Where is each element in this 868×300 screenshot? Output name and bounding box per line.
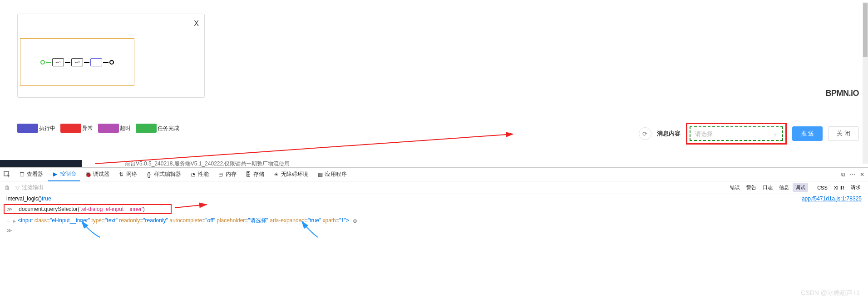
console-input-line[interactable]: ≫ xyxy=(0,226,868,235)
bpmn-io-logo: BPMN.iO xyxy=(825,89,859,98)
tab-app[interactable]: ▦应用程序 xyxy=(313,168,350,181)
devtools-tabs: ☐查看器 ▶控制台 🐞调试器 ⇅网络 {}样式编辑器 ◔性能 ⊟内存 🗄存储 ☀… xyxy=(0,168,868,181)
storage-icon: 🗄 xyxy=(245,171,252,178)
source-link[interactable]: app.f5471d1a.js:1:78325 xyxy=(802,195,862,202)
bpmn-dialog: X test1 test2 ... xyxy=(17,14,205,98)
log-text: interval_logic() xyxy=(6,195,42,202)
memory-icon: ⊟ xyxy=(217,171,224,178)
debugger-icon: 🐞 xyxy=(85,171,91,178)
flow-container: test1 test2 ... xyxy=(40,58,114,66)
task-node-active: ... xyxy=(90,58,102,66)
close-icon[interactable]: X xyxy=(194,20,199,28)
filter-debug[interactable]: 调试 xyxy=(793,183,808,192)
end-event-icon xyxy=(109,60,114,65)
legend-swatch-executing xyxy=(17,124,38,133)
tab-network[interactable]: ⇅网络 xyxy=(114,168,141,181)
legend-swatch-abnormal xyxy=(60,124,81,133)
csdn-watermark: CSDN @冰糖葫芦+1 xyxy=(801,289,860,297)
tab-label: 查看器 xyxy=(27,170,43,178)
target-icon[interactable]: ⊕ xyxy=(353,218,357,224)
sequence-flow-line xyxy=(103,62,108,63)
filter-req[interactable]: 请求 xyxy=(848,183,863,192)
console-filter-bar: 🗑 ▽ 过滤输出 错误 警告 日志 信息 调试 CSS XHR 请求 xyxy=(0,181,868,194)
sequence-flow-line xyxy=(65,62,70,63)
message-form-row: ⟳ 消息内容 ⌄ 推 送 关 闭 xyxy=(639,123,859,145)
refresh-button[interactable]: ⟳ xyxy=(639,127,651,140)
sequence-flow-line xyxy=(46,62,51,63)
push-button[interactable]: 推 送 xyxy=(792,126,823,141)
browser-devtools: ☐查看器 ▶控制台 🐞调试器 ⇅网络 {}样式编辑器 ◔性能 ⊟内存 🗄存储 ☀… xyxy=(0,167,868,300)
app-icon: ▦ xyxy=(317,171,323,178)
tab-performance[interactable]: ◔性能 xyxy=(186,168,212,181)
filter-xhr[interactable]: XHR xyxy=(831,184,847,191)
filter-output-input[interactable]: ▽ 过滤输出 xyxy=(15,184,44,191)
tab-label: 控制台 xyxy=(60,170,76,178)
legend-label: 超时 xyxy=(120,125,131,132)
tab-label: 调试器 xyxy=(93,170,109,178)
element-picker-icon[interactable] xyxy=(4,171,11,178)
network-icon: ⇅ xyxy=(118,171,124,178)
scrollbar-thumb[interactable] xyxy=(863,3,868,57)
legend-label: 执行中 xyxy=(39,125,55,132)
tab-style[interactable]: {}样式编辑器 xyxy=(142,168,185,181)
sidebar-fragment xyxy=(0,160,82,167)
message-content-label: 消息内容 xyxy=(657,130,681,138)
filter-warn[interactable]: 警告 xyxy=(744,183,759,192)
task-node: test1 xyxy=(52,58,64,66)
legend-swatch-done xyxy=(136,124,157,133)
tab-label: 性能 xyxy=(198,170,209,178)
tab-console[interactable]: ▶控制台 xyxy=(48,168,80,181)
a11y-icon: ☀ xyxy=(273,171,279,178)
console-prompt-icon: ≫ xyxy=(7,206,13,212)
style-icon: {} xyxy=(146,171,152,178)
message-select-input[interactable] xyxy=(695,130,768,137)
filter-placeholder: 过滤输出 xyxy=(22,184,44,191)
annotation-red-frame-command: ≫ document.querySelector('.el-dialog .el… xyxy=(4,204,172,214)
refresh-icon: ⟳ xyxy=(642,130,647,137)
tab-debugger[interactable]: 🐞调试器 xyxy=(81,168,113,181)
tab-label: 存储 xyxy=(253,170,264,178)
annotation-red-frame: ⌄ xyxy=(686,123,787,145)
status-legend: 执行中 异常 超时 任务完成 xyxy=(17,124,184,133)
chevron-down-icon: ⌄ xyxy=(773,130,778,137)
message-select[interactable]: ⌄ xyxy=(690,126,783,141)
filter-css[interactable]: CSS xyxy=(814,184,830,191)
sequence-flow-line xyxy=(84,62,89,63)
result-html[interactable]: <input class="el-input__inner" type="tex… xyxy=(18,217,349,225)
filter-info[interactable]: 信息 xyxy=(776,183,792,192)
bpmn-diagram[interactable]: test1 test2 ... xyxy=(20,38,134,86)
tab-label: 无障碍环境 xyxy=(281,170,308,178)
filter-error[interactable]: 错误 xyxy=(727,183,743,192)
console-log-line: interval_logic() true app.f5471d1a.js:1:… xyxy=(0,194,868,203)
tab-storage[interactable]: 🗄存储 xyxy=(242,168,268,181)
dock-side-icon[interactable]: ⧉ xyxy=(841,171,845,178)
tab-a11y[interactable]: ☀无障碍环境 xyxy=(269,168,312,181)
tab-label: 内存 xyxy=(226,170,237,178)
inspector-icon: ☐ xyxy=(19,171,25,178)
log-value: true xyxy=(42,195,51,202)
more-icon[interactable]: ⋯ xyxy=(850,171,855,178)
clear-console-icon[interactable]: 🗑 xyxy=(5,185,10,191)
funnel-icon: ▽ xyxy=(15,185,20,191)
close-devtools-icon[interactable]: ✕ xyxy=(860,171,864,178)
task-node: test2 xyxy=(71,58,83,66)
tab-memory[interactable]: ⊟内存 xyxy=(214,168,240,181)
tab-label: 网络 xyxy=(126,170,137,178)
performance-icon: ◔ xyxy=(190,171,196,178)
vertical-scrollbar[interactable] xyxy=(863,2,868,164)
legend-label: 任务完成 xyxy=(158,125,179,132)
console-icon: ▶ xyxy=(52,171,58,177)
legend-swatch-timeout xyxy=(98,124,119,133)
start-event-icon xyxy=(40,60,45,65)
tab-inspector[interactable]: ☐查看器 xyxy=(15,168,47,181)
version-text: 前台V5.0.5_240218,服务端V5.1_240222,仅限键鼎一期整厂物… xyxy=(125,160,290,168)
console-result-line: ← ▸ <input class="el-input__inner" type=… xyxy=(0,215,868,226)
tab-label: 样式编辑器 xyxy=(154,170,181,178)
result-arrow-icon: ← ▸ xyxy=(6,218,16,224)
close-button[interactable]: 关 闭 xyxy=(828,126,859,141)
command-argument: '.el-dialog .el-input__inner' xyxy=(79,206,143,212)
legend-label: 异常 xyxy=(82,125,93,132)
command-method: document.querySelector xyxy=(19,206,78,212)
filter-log[interactable]: 日志 xyxy=(760,183,775,192)
app-content: X test1 test2 ... BPMN.iO 执行中 异常 超时 任务完成 xyxy=(0,0,868,166)
